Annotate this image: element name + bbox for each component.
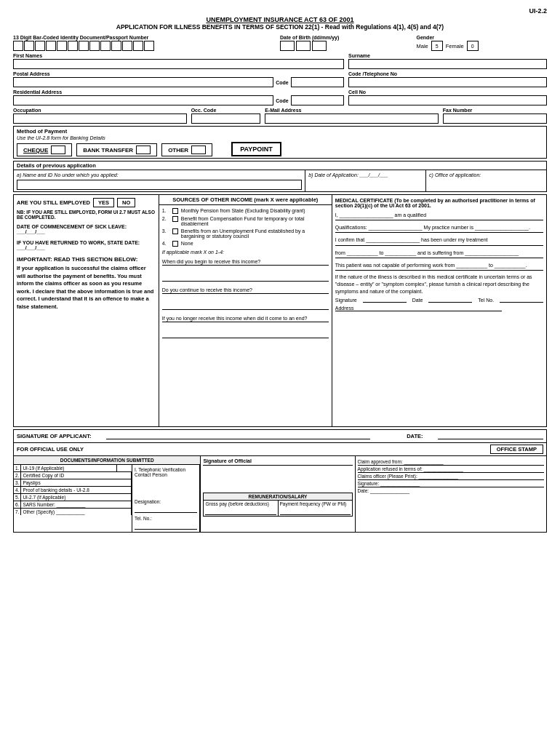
prev-app-b-label: b) Date of Application: ___/___/___ (308, 172, 388, 178)
dob-section: Date of Birth (dd/mm/yy) (280, 35, 411, 51)
code-tel-input[interactable] (348, 77, 547, 87)
postal-row: Postal Address Code Code /Telephone No (13, 71, 547, 87)
income-checkbox-3[interactable] (172, 228, 178, 234)
official-use-title: FOR OFFICIAL USE ONLY (17, 446, 84, 453)
surname-input[interactable] (348, 59, 547, 69)
id-box-13[interactable] (144, 41, 154, 51)
other-option[interactable]: OTHER (161, 143, 212, 156)
prev-app-a-label: a) Name and ID No under which you applie… (17, 172, 119, 178)
male-box[interactable]: 5 (431, 41, 443, 51)
female-box[interactable]: 0 (467, 41, 479, 51)
cert-date-label: Date (412, 298, 423, 303)
id-box-6[interactable] (68, 41, 78, 51)
income-q3-answer[interactable] (162, 328, 329, 338)
cheque-option[interactable]: CHEQUE (17, 143, 72, 156)
gender-row: Male 5 Female 0 (417, 41, 548, 51)
important-section: IMPORTANT: READ THIS SECTION BELOW: If y… (17, 256, 156, 311)
id-box-7[interactable] (79, 41, 89, 51)
applicant-sig-label: SIGNATURE OF APPLICANT: (17, 433, 92, 439)
income-items: 1. Monthly Pension from State (Excluding… (162, 208, 329, 247)
id-box-11[interactable] (122, 41, 132, 51)
id-box-2[interactable] (24, 41, 34, 51)
occ-code-input[interactable] (191, 113, 260, 124)
tel-no-field[interactable] (135, 521, 197, 530)
income-checkbox-1[interactable] (172, 208, 178, 214)
cert-address-row: Address (335, 306, 543, 311)
id-box-5[interactable] (57, 41, 67, 51)
other-checkbox[interactable] (191, 146, 206, 154)
doc-row-5: 5. UI-2.7 (If Applicable) (14, 494, 132, 501)
residential-input[interactable] (13, 95, 273, 105)
official-section: FOR OFFICIAL USE ONLY OFFICE STAMP DOCUM… (13, 442, 547, 533)
id-box-4[interactable] (46, 41, 56, 51)
bank-transfer-checkbox[interactable] (136, 146, 151, 154)
payment-freq-field[interactable] (280, 506, 351, 515)
income-q1-answer[interactable] (162, 271, 329, 282)
employment-question: ARE YOU STILL EMPLOYED (17, 199, 90, 206)
prev-app-a-input[interactable] (17, 180, 302, 190)
income-q1: When did you begin to receive this incom… (162, 259, 329, 266)
first-names-input[interactable] (13, 59, 344, 69)
id-box-9[interactable] (100, 41, 111, 51)
occupation-input[interactable] (13, 113, 187, 124)
email-input[interactable] (265, 113, 439, 124)
telephonic-verification: I. Telephonic Verification (135, 467, 197, 472)
application-refused-row: Application refused in terms of: _______… (358, 466, 544, 473)
cert-date-field[interactable] (428, 302, 472, 303)
sick-leave-label: DATE OF COMMENCEMENT OF SICK LEAVE: ___/… (17, 224, 156, 234)
doc-row-4: 4. Proof of banking details - UI-2.8 (14, 487, 132, 494)
gender-section: Gender Male 5 Female 0 (417, 35, 548, 51)
surname-section: Surname (348, 53, 547, 69)
cert-sig-field[interactable] (363, 302, 407, 303)
residential-code-input[interactable] (291, 95, 344, 105)
bank-transfer-option[interactable]: BANK TRANSFER (76, 143, 157, 156)
fax-input[interactable] (443, 113, 547, 124)
income-q3: If you no longer receive this income whe… (162, 316, 329, 322)
lower-left-col: ARE YOU STILL EMPLOYED YES NO NB: IF YOU… (14, 195, 159, 426)
if-applicable: If applicable mark X on 1-4: (162, 250, 329, 255)
applicant-sig-field[interactable] (106, 433, 371, 439)
id-box-1[interactable] (13, 41, 23, 51)
dob-box-1[interactable] (280, 41, 295, 51)
date-row: Date: _______________ (358, 487, 544, 494)
gross-pay-field[interactable] (205, 506, 276, 515)
female-label: Female (446, 43, 464, 49)
prev-app-c: c) Office of application: (426, 170, 546, 191)
doc-check-1[interactable] (117, 465, 132, 471)
id-boxes[interactable] (13, 41, 274, 51)
date-field[interactable] (438, 433, 543, 439)
email-section: E-Mail Address (265, 108, 439, 124)
income-checkbox-4[interactable] (172, 241, 178, 247)
payment-options: CHEQUE BANK TRANSFER OTHER (17, 143, 212, 156)
id-box-10[interactable] (111, 41, 121, 51)
dob-box-3[interactable] (312, 41, 327, 51)
contact-person: Contact Person (135, 472, 197, 477)
names-row: First Names Surname (13, 53, 547, 69)
cert-address-field[interactable] (335, 311, 502, 311)
no-box[interactable]: NO (117, 198, 135, 207)
cert-sig-row: Signature Date Tel No. (335, 298, 543, 303)
official-sig-section: Signature of Official REMUNERATION/SALAR… (201, 456, 355, 532)
residential-code-label: Code (276, 98, 289, 103)
cheque-checkbox[interactable] (51, 146, 65, 154)
income-checkbox-2[interactable] (172, 216, 178, 222)
designation-field[interactable] (135, 504, 197, 513)
dob-label: Date of Birth (dd/mm/yy) (280, 35, 411, 40)
cert-tel-field[interactable] (500, 302, 543, 303)
id-box-12[interactable] (133, 41, 143, 51)
sig-official-field[interactable] (203, 468, 352, 490)
postal-code-input[interactable] (291, 77, 344, 87)
dob-box-2[interactable] (296, 41, 311, 51)
postal-address-section: Postal Address Code (13, 71, 344, 87)
id-box-3[interactable] (35, 41, 45, 51)
cert-tel-label: Tel No. (478, 298, 494, 303)
payment-freq-col: Payment frequency (PW or PM) (279, 501, 352, 516)
yes-box[interactable]: YES (93, 198, 114, 207)
postal-address-input[interactable] (13, 77, 273, 87)
cell-no-input[interactable] (348, 95, 547, 105)
income-q2-answer[interactable] (162, 300, 329, 310)
postal-address-label: Postal Address (13, 71, 344, 76)
claim-approved-row: Claim approved from: _______________ (358, 458, 544, 466)
id-box-8[interactable] (89, 41, 100, 51)
official-right-section: Claim approved from: _______________ App… (356, 456, 546, 532)
